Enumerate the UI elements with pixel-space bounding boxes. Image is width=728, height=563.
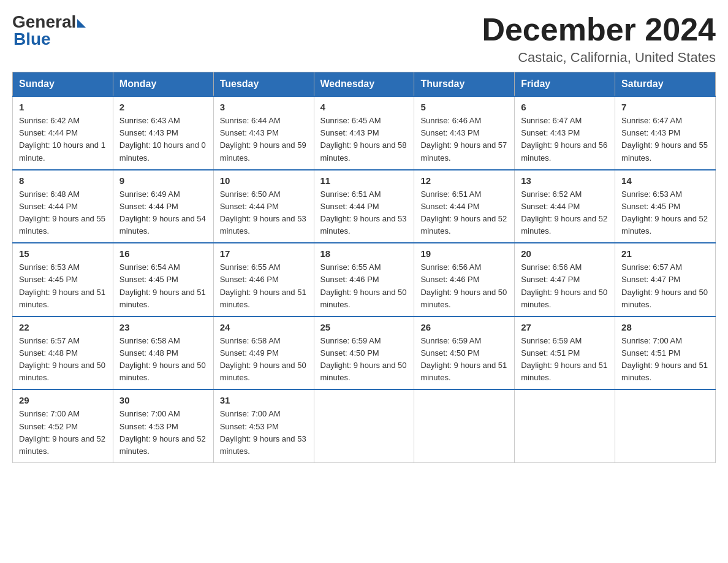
day-number: 13 bbox=[521, 175, 609, 186]
day-number: 8 bbox=[19, 175, 107, 186]
weekday-header-tuesday: Tuesday bbox=[213, 72, 314, 97]
calendar-cell: 31 Sunrise: 7:00 AMSunset: 4:53 PMDaylig… bbox=[213, 389, 314, 462]
week-row-4: 22 Sunrise: 6:57 AMSunset: 4:48 PMDaylig… bbox=[13, 316, 716, 390]
day-info: Sunrise: 6:46 AMSunset: 4:43 PMDaylight:… bbox=[420, 116, 507, 162]
weekday-header-sunday: Sunday bbox=[13, 72, 113, 97]
calendar-cell: 2 Sunrise: 6:43 AMSunset: 4:43 PMDayligh… bbox=[113, 96, 213, 170]
calendar-cell: 20 Sunrise: 6:56 AMSunset: 4:47 PMDaylig… bbox=[515, 243, 615, 316]
day-number: 22 bbox=[19, 322, 107, 332]
day-info: Sunrise: 6:56 AMSunset: 4:47 PMDaylight:… bbox=[521, 262, 607, 308]
calendar-cell: 16 Sunrise: 6:54 AMSunset: 4:45 PMDaylig… bbox=[113, 243, 213, 316]
day-number: 1 bbox=[19, 102, 107, 112]
calendar-cell: 25 Sunrise: 6:59 AMSunset: 4:50 PMDaylig… bbox=[314, 316, 414, 390]
weekday-header-friday: Friday bbox=[515, 72, 615, 97]
calendar-cell: 24 Sunrise: 6:58 AMSunset: 4:49 PMDaylig… bbox=[213, 316, 314, 390]
day-info: Sunrise: 6:42 AMSunset: 4:44 PMDaylight:… bbox=[19, 116, 105, 162]
day-number: 27 bbox=[521, 322, 609, 332]
day-info: Sunrise: 6:44 AMSunset: 4:43 PMDaylight:… bbox=[220, 116, 306, 162]
calendar-cell: 1 Sunrise: 6:42 AMSunset: 4:44 PMDayligh… bbox=[13, 96, 113, 170]
day-info: Sunrise: 6:56 AMSunset: 4:46 PMDaylight:… bbox=[420, 262, 507, 308]
day-info: Sunrise: 6:55 AMSunset: 4:46 PMDaylight:… bbox=[320, 262, 407, 308]
calendar-cell: 14 Sunrise: 6:53 AMSunset: 4:45 PMDaylig… bbox=[615, 170, 716, 243]
weekday-header-saturday: Saturday bbox=[615, 72, 716, 97]
calendar-cell: 6 Sunrise: 6:47 AMSunset: 4:43 PMDayligh… bbox=[515, 96, 615, 170]
day-number: 10 bbox=[220, 175, 308, 186]
day-info: Sunrise: 6:53 AMSunset: 4:45 PMDaylight:… bbox=[621, 190, 708, 236]
calendar-cell: 4 Sunrise: 6:45 AMSunset: 4:43 PMDayligh… bbox=[314, 96, 414, 170]
day-info: Sunrise: 6:53 AMSunset: 4:45 PMDaylight:… bbox=[19, 262, 105, 308]
weekday-header-monday: Monday bbox=[113, 72, 213, 97]
day-info: Sunrise: 6:45 AMSunset: 4:43 PMDaylight:… bbox=[320, 116, 407, 162]
calendar-cell bbox=[615, 389, 716, 462]
day-number: 2 bbox=[119, 102, 207, 112]
calendar-cell: 17 Sunrise: 6:55 AMSunset: 4:46 PMDaylig… bbox=[213, 243, 314, 316]
day-info: Sunrise: 6:54 AMSunset: 4:45 PMDaylight:… bbox=[119, 262, 206, 308]
day-number: 6 bbox=[521, 102, 609, 112]
day-number: 9 bbox=[119, 175, 207, 186]
day-number: 31 bbox=[220, 395, 308, 405]
day-number: 30 bbox=[119, 395, 207, 405]
day-info: Sunrise: 6:55 AMSunset: 4:46 PMDaylight:… bbox=[220, 262, 306, 308]
day-info: Sunrise: 6:49 AMSunset: 4:44 PMDaylight:… bbox=[119, 190, 206, 236]
title-block: December 2024 Castaic, California, Unite… bbox=[482, 12, 716, 66]
calendar-cell: 12 Sunrise: 6:51 AMSunset: 4:44 PMDaylig… bbox=[414, 170, 515, 243]
day-number: 7 bbox=[621, 102, 709, 112]
calendar-cell: 9 Sunrise: 6:49 AMSunset: 4:44 PMDayligh… bbox=[113, 170, 213, 243]
day-number: 17 bbox=[220, 248, 308, 259]
calendar-cell: 21 Sunrise: 6:57 AMSunset: 4:47 PMDaylig… bbox=[615, 243, 716, 316]
week-row-2: 8 Sunrise: 6:48 AMSunset: 4:44 PMDayligh… bbox=[13, 170, 716, 243]
logo-arrow-icon bbox=[77, 19, 86, 28]
logo-blue-text: Blue bbox=[12, 29, 51, 49]
calendar-cell: 15 Sunrise: 6:53 AMSunset: 4:45 PMDaylig… bbox=[13, 243, 113, 316]
day-number: 23 bbox=[119, 322, 207, 332]
calendar-cell: 10 Sunrise: 6:50 AMSunset: 4:44 PMDaylig… bbox=[213, 170, 314, 243]
week-row-3: 15 Sunrise: 6:53 AMSunset: 4:45 PMDaylig… bbox=[13, 243, 716, 316]
day-info: Sunrise: 6:59 AMSunset: 4:51 PMDaylight:… bbox=[521, 336, 607, 382]
day-number: 25 bbox=[320, 322, 408, 332]
calendar-cell: 18 Sunrise: 6:55 AMSunset: 4:46 PMDaylig… bbox=[314, 243, 414, 316]
day-info: Sunrise: 6:50 AMSunset: 4:44 PMDaylight:… bbox=[220, 190, 306, 236]
day-number: 4 bbox=[320, 102, 408, 112]
day-number: 5 bbox=[420, 102, 508, 112]
day-info: Sunrise: 7:00 AMSunset: 4:53 PMDaylight:… bbox=[220, 409, 306, 455]
weekday-header-thursday: Thursday bbox=[414, 72, 515, 97]
day-number: 26 bbox=[420, 322, 508, 332]
calendar-table: SundayMondayTuesdayWednesdayThursdayFrid… bbox=[12, 72, 716, 463]
page-header: General Blue December 2024 Castaic, Cali… bbox=[12, 12, 716, 66]
day-number: 24 bbox=[220, 322, 308, 332]
day-number: 19 bbox=[420, 248, 508, 259]
day-info: Sunrise: 6:57 AMSunset: 4:48 PMDaylight:… bbox=[19, 336, 105, 382]
day-info: Sunrise: 6:48 AMSunset: 4:44 PMDaylight:… bbox=[19, 190, 105, 236]
calendar-cell: 8 Sunrise: 6:48 AMSunset: 4:44 PMDayligh… bbox=[13, 170, 113, 243]
day-number: 21 bbox=[621, 248, 709, 259]
weekday-header-wednesday: Wednesday bbox=[314, 72, 414, 97]
calendar-cell bbox=[414, 389, 515, 462]
day-info: Sunrise: 6:57 AMSunset: 4:47 PMDaylight:… bbox=[621, 262, 708, 308]
day-number: 16 bbox=[119, 248, 207, 259]
day-number: 11 bbox=[320, 175, 408, 186]
calendar-cell: 19 Sunrise: 6:56 AMSunset: 4:46 PMDaylig… bbox=[414, 243, 515, 316]
location-title: Castaic, California, United States bbox=[482, 50, 716, 66]
day-number: 18 bbox=[320, 248, 408, 259]
day-info: Sunrise: 6:51 AMSunset: 4:44 PMDaylight:… bbox=[420, 190, 507, 236]
day-info: Sunrise: 7:00 AMSunset: 4:52 PMDaylight:… bbox=[19, 409, 105, 455]
day-number: 12 bbox=[420, 175, 508, 186]
day-number: 20 bbox=[521, 248, 609, 259]
calendar-cell bbox=[515, 389, 615, 462]
calendar-cell bbox=[314, 389, 414, 462]
day-info: Sunrise: 6:59 AMSunset: 4:50 PMDaylight:… bbox=[420, 336, 507, 382]
day-info: Sunrise: 6:51 AMSunset: 4:44 PMDaylight:… bbox=[320, 190, 407, 236]
calendar-cell: 11 Sunrise: 6:51 AMSunset: 4:44 PMDaylig… bbox=[314, 170, 414, 243]
day-info: Sunrise: 6:52 AMSunset: 4:44 PMDaylight:… bbox=[521, 190, 607, 236]
calendar-cell: 27 Sunrise: 6:59 AMSunset: 4:51 PMDaylig… bbox=[515, 316, 615, 390]
logo: General Blue bbox=[12, 12, 86, 49]
calendar-cell: 30 Sunrise: 7:00 AMSunset: 4:53 PMDaylig… bbox=[113, 389, 213, 462]
week-row-1: 1 Sunrise: 6:42 AMSunset: 4:44 PMDayligh… bbox=[13, 96, 716, 170]
calendar-cell: 23 Sunrise: 6:58 AMSunset: 4:48 PMDaylig… bbox=[113, 316, 213, 390]
calendar-cell: 7 Sunrise: 6:47 AMSunset: 4:43 PMDayligh… bbox=[615, 96, 716, 170]
calendar-cell: 28 Sunrise: 7:00 AMSunset: 4:51 PMDaylig… bbox=[615, 316, 716, 390]
calendar-cell: 22 Sunrise: 6:57 AMSunset: 4:48 PMDaylig… bbox=[13, 316, 113, 390]
day-number: 28 bbox=[621, 322, 709, 332]
day-info: Sunrise: 6:58 AMSunset: 4:48 PMDaylight:… bbox=[119, 336, 206, 382]
day-info: Sunrise: 6:47 AMSunset: 4:43 PMDaylight:… bbox=[621, 116, 708, 162]
